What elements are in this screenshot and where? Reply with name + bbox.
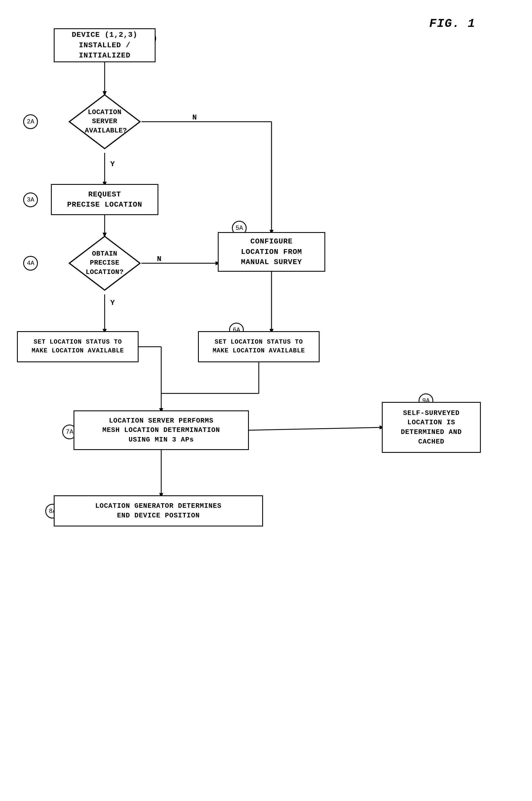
box-5a: CONFIGURE LOCATION FROM MANUAL SURVEY xyxy=(218,232,325,272)
label-n-4a: N xyxy=(157,255,162,263)
circle-3a: 3A xyxy=(23,193,38,207)
svg-line-23 xyxy=(249,427,382,430)
diamond-2a: LOCATION SERVER AVAILABLE? xyxy=(68,93,141,150)
label-y-6a: Y xyxy=(110,298,115,307)
box-8a: LOCATION GENERATOR DETERMINES END DEVICE… xyxy=(54,495,263,526)
label-n-top: N xyxy=(192,113,197,122)
diamond-4a: OBTAIN PRECISE LOCATION? xyxy=(68,235,141,292)
box-9a: SELF-SURVEYED LOCATION IS DETERMINED AND… xyxy=(382,402,481,453)
label-y-3a: Y xyxy=(110,160,115,168)
box-3a: REQUEST PRECISE LOCATION xyxy=(51,184,158,215)
box-6a-right: SET LOCATION STATUS TO MAKE LOCATION AVA… xyxy=(198,331,320,362)
box-7a: LOCATION SERVER PERFORMS MESH LOCATION D… xyxy=(74,411,249,450)
start-box: DEVICE (1,2,3) INSTALLED / INITIALIZED xyxy=(54,28,155,62)
circle-2a: 2A xyxy=(23,114,38,129)
box-6a-left: SET LOCATION STATUS TO MAKE LOCATION AVA… xyxy=(17,331,138,362)
diagram-container: FIG. 1 xyxy=(0,0,532,801)
circle-4a: 4A xyxy=(23,256,38,271)
